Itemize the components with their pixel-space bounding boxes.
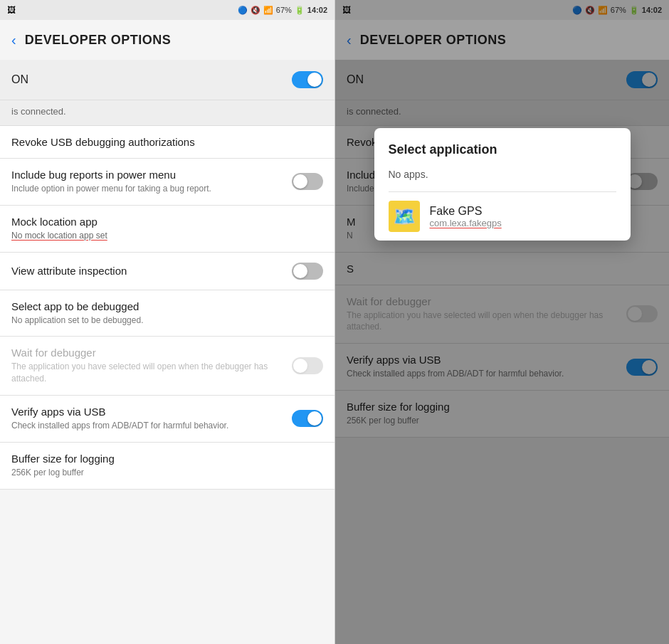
mock-location-subtitle-left: No mock location app set	[11, 230, 323, 242]
wait-debugger-item-left: Wait for debugger The application you ha…	[0, 337, 334, 396]
battery-percent: 67%	[276, 6, 292, 14]
verify-usb-text-left: Verify apps via USB Check installed apps…	[11, 406, 292, 432]
dialog-title: Select application	[374, 128, 631, 163]
wait-debug-knob-left	[293, 359, 307, 373]
revoke-usb-item-left[interactable]: Revoke USB debugging authorizations	[0, 126, 334, 159]
buffer-size-item-left[interactable]: Buffer size for logging 256K per log buf…	[0, 443, 334, 490]
fake-gps-info: Fake GPS com.lexa.fakegps	[430, 205, 616, 228]
fake-gps-icon: 🗺️	[389, 201, 420, 232]
verify-usb-knob-left	[307, 411, 322, 426]
dialog-no-apps: No apps.	[374, 163, 631, 191]
fake-gps-item[interactable]: 🗺️ Fake GPS com.lexa.fakegps	[374, 192, 631, 241]
mock-location-title-left: Mock location app	[11, 216, 323, 228]
status-bar-left: 🖼 🔵 🔇 📶 67% 🔋 14:02	[0, 0, 334, 20]
battery-icon: 🔋	[295, 6, 305, 15]
status-bar-left-icons: 🖼	[7, 5, 16, 15]
page-title-left: DEVELOPER OPTIONS	[25, 33, 172, 48]
wait-debugger-text-left: Wait for debugger The application you ha…	[11, 347, 292, 385]
header-left: ‹ DEVELOPER OPTIONS	[0, 20, 334, 60]
select-application-dialog: Select application No apps. 🗺️ Fake GPS …	[374, 128, 631, 241]
view-attr-knob-left	[293, 264, 307, 278]
wifi-icon: 📶	[263, 6, 273, 15]
select-debug-title-left: Select app to be debugged	[11, 300, 323, 312]
bug-toggle-knob-left	[293, 174, 307, 189]
buffer-size-title-left: Buffer size for logging	[11, 453, 323, 465]
on-toggle-left[interactable]	[292, 71, 323, 88]
time-left: 14:02	[307, 6, 327, 14]
bug-reports-subtitle-left: Include option in power menu for taking …	[11, 183, 292, 195]
verify-usb-title-left: Verify apps via USB	[11, 406, 292, 418]
status-bar-right-icons: 🔵 🔇 📶 67% 🔋 14:02	[238, 6, 327, 15]
fake-gps-emoji: 🗺️	[393, 206, 416, 228]
bluetooth-icon: 🔵	[238, 6, 248, 15]
verify-usb-item-left[interactable]: Verify apps via USB Check installed apps…	[0, 396, 334, 443]
buffer-size-subtitle-left: 256K per log buffer	[11, 467, 323, 479]
toggle-knob-left	[307, 73, 322, 87]
on-row-left: ON	[0, 60, 334, 100]
back-button-left[interactable]: ‹	[11, 32, 16, 48]
dialog-overlay[interactable]: Select application No apps. 🗺️ Fake GPS …	[335, 0, 669, 644]
select-debug-item-left[interactable]: Select app to be debugged No application…	[0, 290, 334, 337]
view-attribute-row-left: View attribute inspection	[11, 263, 323, 280]
fake-gps-package: com.lexa.fakegps	[430, 218, 616, 228]
mock-location-item-left[interactable]: Mock location app No mock location app s…	[0, 206, 334, 253]
view-attribute-title-left: View attribute inspection	[11, 265, 292, 277]
camera-icon: 🖼	[7, 5, 16, 15]
connected-text-left: is connected.	[0, 100, 334, 126]
right-panel: 🖼 🔵 🔇 📶 67% 🔋 14:02 ‹ DEVELOPER OPTIONS …	[334, 0, 669, 644]
bug-reports-row-left: Include bug reports in power menu Includ…	[11, 169, 323, 195]
view-attribute-item-left[interactable]: View attribute inspection	[0, 253, 334, 290]
bug-reports-item-left[interactable]: Include bug reports in power menu Includ…	[0, 159, 334, 206]
bug-reports-title-left: Include bug reports in power menu	[11, 169, 292, 181]
wait-debugger-row-left: Wait for debugger The application you ha…	[11, 347, 323, 385]
verify-usb-subtitle-left: Check installed apps from ADB/ADT for ha…	[11, 420, 292, 432]
on-label-left: ON	[11, 73, 28, 86]
verify-usb-row-left: Verify apps via USB Check installed apps…	[11, 406, 323, 432]
wait-debugger-title-left: Wait for debugger	[11, 347, 292, 359]
revoke-usb-title-left: Revoke USB debugging authorizations	[11, 136, 323, 148]
bug-reports-toggle-left[interactable]	[292, 173, 323, 190]
content-left: ON is connected. Revoke USB debugging au…	[0, 60, 334, 644]
verify-usb-toggle-left[interactable]	[292, 410, 323, 427]
fake-gps-name: Fake GPS	[430, 205, 616, 218]
wait-debugger-toggle-left[interactable]	[292, 357, 323, 374]
left-panel: 🖼 🔵 🔇 📶 67% 🔋 14:02 ‹ DEVELOPER OPTIONS …	[0, 0, 334, 644]
mute-icon: 🔇	[251, 6, 260, 15]
wait-debugger-subtitle-left: The application you have selected will o…	[11, 361, 292, 385]
view-attribute-toggle-left[interactable]	[292, 263, 323, 280]
select-debug-subtitle-left: No application set to be debugged.	[11, 315, 323, 327]
bug-reports-text-left: Include bug reports in power menu Includ…	[11, 169, 292, 195]
